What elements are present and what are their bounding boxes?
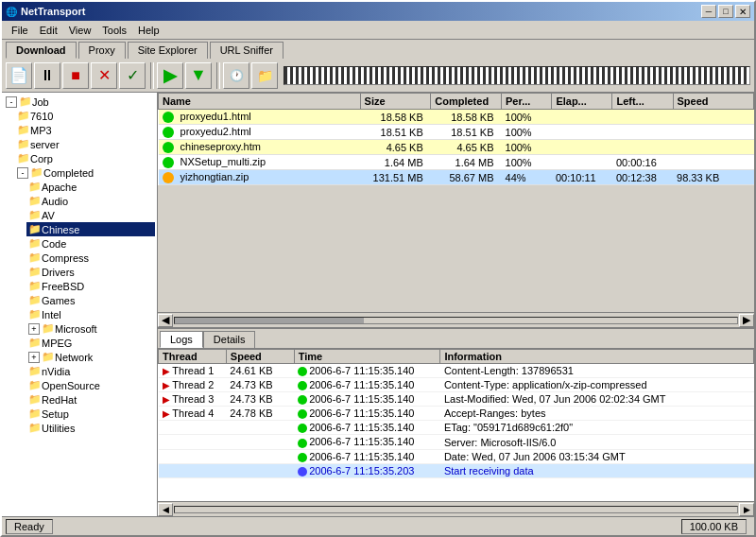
- sidebar-item-drivers[interactable]: 📁 Drivers: [26, 265, 155, 279]
- sidebar-item-nvidia[interactable]: 📁 nVidia: [26, 364, 155, 378]
- sidebar-item-7610[interactable]: 📁 7610: [15, 109, 155, 123]
- sidebar-item-apache[interactable]: 📁 Apache: [26, 180, 155, 194]
- schedule-button[interactable]: 🕐: [223, 62, 249, 89]
- expand-icon-job[interactable]: -: [6, 96, 17, 108]
- log-row[interactable]: ▶ Thread 1 24.61 KB 2006-6-7 11:15:35.14…: [159, 364, 754, 378]
- sidebar-item-mpeg[interactable]: 📁 MPEG: [26, 336, 155, 350]
- sidebar-label-compress: Compress: [42, 252, 89, 264]
- log-thread: [159, 435, 227, 449]
- toolbar-separator-1: [150, 62, 154, 89]
- menu-file[interactable]: File: [6, 24, 34, 37]
- file-list-container: Name Size Completed Per... Elap... Left.…: [158, 93, 754, 327]
- col-percent[interactable]: Per...: [502, 94, 552, 110]
- download-button[interactable]: ▼: [185, 62, 212, 89]
- file-left: [612, 125, 673, 140]
- sidebar-item-freebsd[interactable]: 📁 FreeBSD: [26, 279, 155, 293]
- sidebar-label-job: Job: [32, 96, 49, 108]
- expand-icon-completed[interactable]: -: [17, 167, 28, 179]
- sidebar-item-audio[interactable]: 📁 Audio: [26, 194, 155, 208]
- col-left[interactable]: Left...: [612, 94, 673, 110]
- tab-site-explorer[interactable]: Site Explorer: [128, 42, 208, 59]
- col-name[interactable]: Name: [159, 94, 361, 110]
- maximize-button[interactable]: □: [718, 5, 733, 18]
- expand-icon-microsoft[interactable]: +: [28, 323, 40, 335]
- log-row[interactable]: 2006-6-7 11:15:35.203 Start receiving da…: [159, 463, 754, 477]
- sidebar-item-av[interactable]: 📁 AV: [26, 208, 155, 222]
- sidebar-item-server[interactable]: 📁 server: [15, 137, 155, 151]
- menu-tools[interactable]: Tools: [96, 24, 132, 37]
- log-hscrollbar[interactable]: ◀ ▶: [158, 501, 754, 516]
- file-left: [612, 140, 673, 155]
- right-panel: Name Size Completed Per... Elap... Left.…: [158, 93, 754, 516]
- col-speed[interactable]: Speed: [673, 94, 753, 110]
- sidebar-item-redhat[interactable]: 📁 RedHat: [26, 392, 155, 407]
- sidebar-item-microsoft[interactable]: + 📁 Microsoft: [26, 321, 155, 336]
- col-size[interactable]: Size: [360, 94, 431, 110]
- tab-download[interactable]: Download: [6, 42, 77, 59]
- log-speed: [226, 435, 294, 449]
- sidebar-item-corp[interactable]: 📁 Corp: [15, 151, 155, 165]
- log-scroll-area[interactable]: Thread Speed Time Information ▶ Thread 1…: [158, 349, 754, 501]
- col-completed[interactable]: Completed: [431, 94, 502, 110]
- sidebar-item-games[interactable]: 📁 Games: [26, 293, 155, 307]
- minimize-button[interactable]: ─: [701, 5, 716, 18]
- sidebar-label-utilities: Utilities: [42, 423, 75, 434]
- col-elapsed[interactable]: Elap...: [552, 94, 612, 110]
- delete-button[interactable]: ✕: [91, 62, 117, 89]
- log-row[interactable]: 2006-6-7 11:15:35.140 Date: Wed, 07 Jun …: [159, 449, 754, 463]
- sidebar-item-opensource[interactable]: 📁 OpenSource: [26, 378, 155, 392]
- sidebar-item-chinese[interactable]: 📁 Chinese: [26, 222, 155, 236]
- sidebar-item-compress[interactable]: 📁 Compress: [26, 251, 155, 265]
- file-hscrollbar[interactable]: ◀ ▶: [158, 312, 754, 327]
- sidebar-label-audio: Audio: [42, 196, 68, 207]
- check-button[interactable]: ✓: [119, 62, 146, 89]
- file-row[interactable]: proxyedu1.html 18.58 KB 18.58 KB 100%: [159, 110, 754, 125]
- pause-button[interactable]: ⏸: [34, 62, 60, 89]
- file-list-scroll[interactable]: Name Size Completed Per... Elap... Left.…: [158, 93, 754, 312]
- file-left: 00:00:16: [612, 155, 673, 170]
- sidebar-label-intel: Intel: [42, 309, 61, 320]
- close-button[interactable]: ✕: [735, 5, 750, 18]
- expand-icon-network[interactable]: +: [28, 352, 40, 363]
- sidebar-item-code[interactable]: 📁 Code: [26, 236, 155, 251]
- sidebar-item-intel[interactable]: 📁 Intel: [26, 307, 155, 321]
- file-completed: 58.67 MB: [431, 170, 502, 185]
- folder-icon-compress: 📁: [28, 251, 42, 264]
- log-row[interactable]: 2006-6-7 11:15:35.140 Server: Microsoft-…: [159, 435, 754, 449]
- folder-icon-mpeg: 📁: [28, 337, 42, 349]
- folder-button[interactable]: 📁: [251, 62, 278, 89]
- file-row[interactable]: yizhongtian.zip 131.51 MB 58.67 MB 44% 0…: [159, 170, 754, 185]
- folder-icon-server: 📁: [17, 138, 30, 150]
- status-speed: 100.00 KB: [681, 519, 747, 534]
- sidebar-item-utilities[interactable]: 📁 Utilities: [26, 421, 155, 435]
- file-row[interactable]: proxyedu2.html 18.51 KB 18.51 KB 100%: [159, 125, 754, 140]
- start-button[interactable]: ▶: [157, 62, 183, 89]
- log-row[interactable]: 2006-6-7 11:15:35.140 ETag: "059171d689c…: [159, 421, 754, 435]
- log-time: 2006-6-7 11:15:35.140: [294, 378, 440, 392]
- sidebar-label-setup: Setup: [42, 408, 69, 420]
- sidebar-item-mp3[interactable]: 📁 MP3: [15, 123, 155, 137]
- tab-proxy[interactable]: Proxy: [78, 42, 126, 59]
- menu-edit[interactable]: Edit: [34, 24, 63, 37]
- new-button[interactable]: 📄: [6, 62, 32, 89]
- log-row[interactable]: ▶ Thread 2 24.73 KB 2006-6-7 11:15:35.14…: [159, 378, 754, 392]
- folder-icon-7610: 📁: [17, 110, 30, 122]
- menu-view[interactable]: View: [63, 24, 97, 37]
- log-row[interactable]: ▶ Thread 3 24.73 KB 2006-6-7 11:15:35.14…: [159, 392, 754, 407]
- folder-icon-games: 📁: [28, 294, 42, 306]
- file-row[interactable]: NXSetup_multi.zip 1.64 MB 1.64 MB 100% 0…: [159, 155, 754, 170]
- sidebar-item-completed[interactable]: - 📁 Completed: [15, 165, 155, 180]
- file-row[interactable]: chineseproxy.htm 4.65 KB 4.65 KB 100%: [159, 140, 754, 155]
- log-tab-details[interactable]: Details: [203, 331, 256, 348]
- log-row[interactable]: ▶ Thread 4 24.78 KB 2006-6-7 11:15:35.14…: [159, 407, 754, 421]
- sidebar-item-job[interactable]: - 📁 Job: [4, 95, 155, 109]
- menu-help[interactable]: Help: [132, 24, 165, 37]
- stop-button[interactable]: ■: [62, 62, 89, 89]
- file-name: yizhongtian.zip: [159, 170, 361, 185]
- log-tab-logs[interactable]: Logs: [160, 331, 203, 348]
- file-speed: [673, 125, 753, 140]
- sidebar-item-network[interactable]: + 📁 Network: [26, 350, 155, 364]
- tab-url-sniffer[interactable]: URL Sniffer: [210, 42, 284, 59]
- file-speed: [673, 155, 753, 170]
- sidebar-item-setup[interactable]: 📁 Setup: [26, 407, 155, 421]
